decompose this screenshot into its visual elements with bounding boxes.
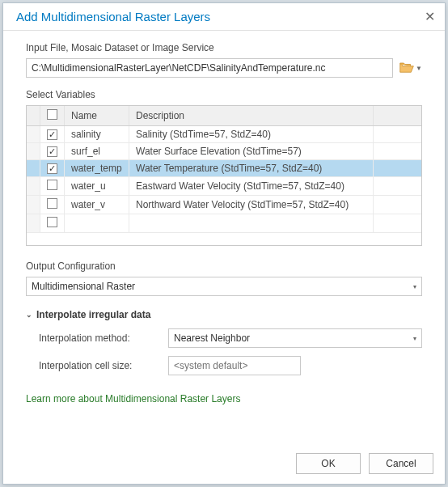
content: Input File, Mosaic Dataset or Image Serv… (3, 31, 445, 445)
chevron-down-icon: ▼ (416, 65, 422, 72)
row-checkbox[interactable] (40, 214, 65, 233)
row-description: Water Temperature (StdTime=57, StdZ=40) (129, 160, 374, 177)
row-checkbox[interactable] (40, 196, 65, 214)
row-description: Water Surface Elevation (StdTime=57) (129, 143, 374, 160)
output-config-label: Output Configuration (26, 260, 422, 272)
header-handle (27, 106, 40, 126)
chevron-down-icon: ⌄ (26, 311, 32, 319)
interp-cell-label: Interpolation cell size: (39, 360, 168, 371)
table-header-row: Name Description (27, 106, 421, 126)
row-name: surf_el (65, 143, 129, 160)
row-checkbox[interactable] (40, 177, 65, 196)
header-description[interactable]: Description (129, 106, 374, 126)
row-handle (27, 214, 40, 233)
row-handle (27, 126, 40, 143)
checkbox-icon (47, 129, 57, 140)
table-row[interactable]: salinitySalinity (StdTime=57, StdZ=40) (27, 126, 421, 143)
header-name[interactable]: Name (65, 106, 129, 126)
row-handle (27, 160, 40, 177)
footer: OK Cancel (3, 445, 445, 484)
header-check-all[interactable] (40, 106, 65, 126)
checkbox-icon (47, 198, 57, 209)
row-spacer (373, 160, 421, 177)
dialog: Add Multidimensional Raster Layers ✕ Inp… (2, 2, 446, 485)
row-name: water_v (65, 196, 129, 214)
interp-method-select[interactable]: Nearest Neighbor ▾ (168, 328, 422, 348)
row-spacer (373, 143, 421, 160)
row-handle (27, 196, 40, 214)
folder-open-icon (399, 61, 414, 74)
table-row[interactable]: water_uEastward Water Velocity (StdTime=… (27, 177, 421, 196)
interpolate-section-toggle[interactable]: ⌄ Interpolate irregular data (26, 309, 422, 320)
checkbox-icon (47, 146, 57, 157)
chevron-down-icon: ▾ (413, 283, 416, 290)
interpolate-section-title: Interpolate irregular data (36, 309, 150, 320)
interp-method-value: Nearest Neighbor (174, 332, 250, 344)
input-file-row: ▼ (26, 58, 422, 78)
browse-button[interactable]: ▼ (399, 59, 422, 77)
output-config-select[interactable]: Multidimensional Raster ▾ (26, 277, 422, 296)
row-name: water_temp (65, 160, 129, 177)
checkbox-icon (47, 163, 57, 174)
table-row[interactable] (27, 214, 421, 233)
titlebar: Add Multidimensional Raster Layers ✕ (3, 3, 445, 31)
close-icon[interactable]: ✕ (424, 11, 435, 23)
row-checkbox[interactable] (40, 126, 65, 143)
checkbox-icon (47, 180, 57, 190)
cancel-button[interactable]: Cancel (369, 453, 433, 474)
input-file-field[interactable] (26, 58, 393, 78)
variables-table: Name Description salinitySalinity (StdTi… (26, 105, 422, 246)
interp-cell-row: Interpolation cell size: (26, 356, 422, 375)
row-description: Eastward Water Velocity (StdTime=57, Std… (129, 177, 374, 196)
select-variables-label: Select Variables (26, 89, 422, 100)
header-spacer (373, 106, 421, 126)
row-spacer (373, 126, 421, 143)
interp-method-row: Interpolation method: Nearest Neighbor ▾ (26, 328, 422, 348)
row-name: water_u (65, 177, 129, 196)
input-file-label: Input File, Mosaic Dataset or Image Serv… (26, 42, 422, 53)
checkbox-icon (47, 217, 57, 227)
ok-button[interactable]: OK (296, 453, 361, 474)
row-checkbox[interactable] (40, 160, 65, 177)
row-spacer (373, 196, 421, 214)
row-name: salinity (65, 126, 129, 143)
row-spacer (373, 177, 421, 196)
table-row[interactable]: water_tempWater Temperature (StdTime=57,… (27, 160, 421, 177)
row-handle (27, 177, 40, 196)
output-config-value: Multidimensional Raster (32, 281, 135, 292)
row-spacer (373, 214, 421, 233)
table-row[interactable]: water_vNorthward Water Velocity (StdTime… (27, 196, 421, 214)
dialog-title: Add Multidimensional Raster Layers (16, 10, 210, 23)
row-name (65, 214, 129, 233)
row-description (129, 214, 374, 233)
row-checkbox[interactable] (40, 143, 65, 160)
row-handle (27, 143, 40, 160)
row-description: Salinity (StdTime=57, StdZ=40) (129, 126, 374, 143)
row-description: Northward Water Velocity (StdTime=57, St… (129, 196, 374, 214)
interp-method-label: Interpolation method: (39, 332, 168, 344)
chevron-down-icon: ▾ (413, 335, 416, 342)
learn-more-link[interactable]: Learn more about Multidimensional Raster… (26, 393, 422, 404)
interp-cell-input[interactable] (168, 356, 301, 375)
table-row[interactable]: surf_elWater Surface Elevation (StdTime=… (27, 143, 421, 160)
